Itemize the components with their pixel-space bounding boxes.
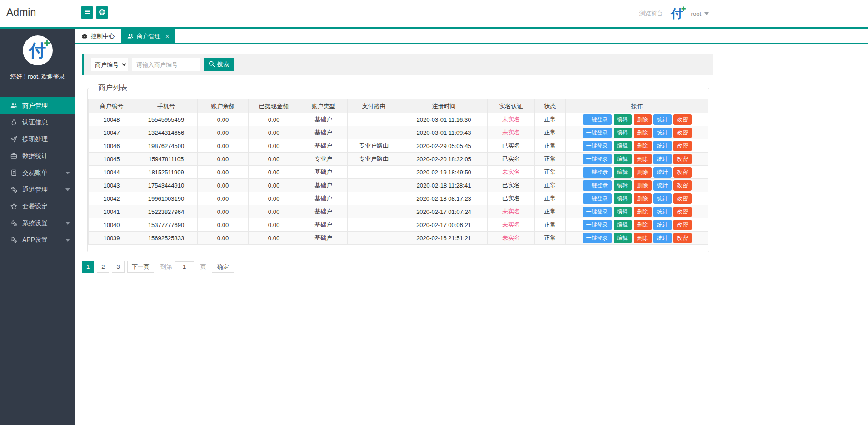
one-key-login-button[interactable]: 一键登录 <box>583 220 612 230</box>
search-button[interactable]: 搜索 <box>204 58 234 71</box>
change-password-button[interactable]: 改密 <box>673 233 692 243</box>
change-password-button[interactable]: 改密 <box>673 180 692 191</box>
tab-1[interactable]: 控制中心 <box>75 29 121 44</box>
browse-front-link[interactable]: 浏览前台 <box>639 10 663 18</box>
change-password-button[interactable]: 改密 <box>673 220 692 230</box>
account-type: 基础户 <box>299 139 348 153</box>
stats-button[interactable]: 统计 <box>653 180 672 191</box>
one-key-login-button[interactable]: 一键登录 <box>583 154 612 164</box>
sidebar-item-3[interactable]: 提现处理 <box>0 131 75 148</box>
edit-button[interactable]: 编辑 <box>614 180 632 191</box>
delete-button[interactable]: 删除 <box>634 220 652 230</box>
delete-button[interactable]: 删除 <box>634 207 652 217</box>
sidebar-item-7[interactable]: 套餐设定 <box>0 198 75 215</box>
tab-2[interactable]: 商户管理× <box>121 29 175 44</box>
change-password-button[interactable]: 改密 <box>673 128 692 138</box>
stats-button[interactable]: 统计 <box>653 207 672 217</box>
close-icon[interactable]: × <box>165 33 169 40</box>
sidebar-item-label: 认证信息 <box>22 119 48 127</box>
one-key-login-button[interactable]: 一键登录 <box>583 180 612 191</box>
stats-button[interactable]: 统计 <box>653 167 672 178</box>
delete-button[interactable]: 删除 <box>634 193 652 204</box>
header-buttons <box>81 6 108 19</box>
change-password-button[interactable]: 改密 <box>673 193 692 204</box>
account-type: 基础户 <box>299 179 348 192</box>
sidebar-item-4[interactable]: 数据统计 <box>0 148 75 164</box>
payment-route: 专业户路由 <box>348 139 400 153</box>
payment-route <box>348 179 400 192</box>
table-row: 10039156925253330.000.00基础户2020-02-16 21… <box>89 232 708 245</box>
delete-button[interactable]: 删除 <box>634 233 652 243</box>
one-key-login-button[interactable]: 一键登录 <box>583 207 612 217</box>
page-button-3[interactable]: 3 <box>112 261 124 273</box>
sidebar-item-8[interactable]: 系统设置 <box>0 215 75 232</box>
account-type: 基础户 <box>299 192 348 205</box>
page-button-2[interactable]: 2 <box>97 261 109 273</box>
one-key-login-button[interactable]: 一键登录 <box>583 167 612 178</box>
withdrawn-amount: 0.00 <box>249 166 299 179</box>
next-page-button[interactable]: 下一页 <box>127 261 154 273</box>
change-password-button[interactable]: 改密 <box>673 207 692 217</box>
edit-button[interactable]: 编辑 <box>614 141 632 151</box>
change-password-button[interactable]: 改密 <box>673 154 692 164</box>
edit-button[interactable]: 编辑 <box>614 193 632 204</box>
row-actions: 一键登录编辑删除统计改密 <box>566 218 708 232</box>
sidebar-item-label: 提现处理 <box>22 135 48 143</box>
top-header: Admin 浏览前台 付✚ root <box>0 0 868 27</box>
edit-button[interactable]: 编辑 <box>614 167 632 178</box>
edit-button[interactable]: 编辑 <box>614 128 632 138</box>
account-balance: 0.00 <box>198 139 249 153</box>
phone-number: 19961003190 <box>135 192 198 205</box>
one-key-login-button[interactable]: 一键登录 <box>583 193 612 204</box>
sidebar-toggle-button[interactable] <box>81 6 93 19</box>
change-password-button[interactable]: 改密 <box>673 167 692 178</box>
edit-button[interactable]: 编辑 <box>614 220 632 230</box>
stats-button[interactable]: 统计 <box>653 193 672 204</box>
merchant-id: 10046 <box>89 139 135 153</box>
account-balance: 0.00 <box>198 218 249 232</box>
edit-button[interactable]: 编辑 <box>614 207 632 217</box>
delete-button[interactable]: 删除 <box>634 180 652 191</box>
status-badge: 正常 <box>535 232 566 245</box>
tab-bar: 控制中心商户管理× <box>75 29 868 44</box>
stats-button[interactable]: 统计 <box>653 233 672 243</box>
column-header: 操作 <box>566 99 708 113</box>
delete-button[interactable]: 删除 <box>634 128 652 138</box>
stats-button[interactable]: 统计 <box>653 114 672 125</box>
edit-button[interactable]: 编辑 <box>614 114 632 125</box>
confirm-button[interactable]: 确定 <box>212 261 234 273</box>
stats-button[interactable]: 统计 <box>653 220 672 230</box>
stats-button[interactable]: 统计 <box>653 141 672 151</box>
sidebar-item-6[interactable]: 通道管理 <box>0 181 75 198</box>
delete-button[interactable]: 删除 <box>634 141 652 151</box>
stats-button[interactable]: 统计 <box>653 128 672 138</box>
change-password-button[interactable]: 改密 <box>673 114 692 125</box>
one-key-login-button[interactable]: 一键登录 <box>583 233 612 243</box>
row-actions: 一键登录编辑删除统计改密 <box>566 192 708 205</box>
phone-number: 19876274500 <box>135 139 198 153</box>
edit-button[interactable]: 编辑 <box>614 233 632 243</box>
search-field-select[interactable]: 商户编号 <box>91 58 128 71</box>
merchant-id: 10041 <box>89 205 135 218</box>
edit-button[interactable]: 编辑 <box>614 154 632 164</box>
delete-button[interactable]: 删除 <box>634 167 652 178</box>
globe-button[interactable] <box>96 6 108 19</box>
verified-status: 未实名 <box>488 166 535 179</box>
delete-button[interactable]: 删除 <box>634 114 652 125</box>
sidebar-item-2[interactable]: 认证信息 <box>0 114 75 131</box>
row-actions: 一键登录编辑删除统计改密 <box>566 232 708 245</box>
delete-button[interactable]: 删除 <box>634 154 652 164</box>
user-menu[interactable]: root <box>691 10 709 17</box>
sidebar-item-1[interactable]: 商户管理 <box>0 97 75 114</box>
register-time: 2020-02-20 18:32:05 <box>400 153 488 166</box>
sidebar-item-9[interactable]: APP设置 <box>0 232 75 248</box>
search-input[interactable] <box>132 58 200 71</box>
one-key-login-button[interactable]: 一键登录 <box>583 141 612 151</box>
stats-button[interactable]: 统计 <box>653 154 672 164</box>
sidebar-item-5[interactable]: 交易账单 <box>0 164 75 181</box>
page-button-1[interactable]: 1 <box>82 261 94 273</box>
one-key-login-button[interactable]: 一键登录 <box>583 128 612 138</box>
change-password-button[interactable]: 改密 <box>673 141 692 151</box>
goto-page-input[interactable] <box>175 261 194 272</box>
one-key-login-button[interactable]: 一键登录 <box>583 114 612 125</box>
